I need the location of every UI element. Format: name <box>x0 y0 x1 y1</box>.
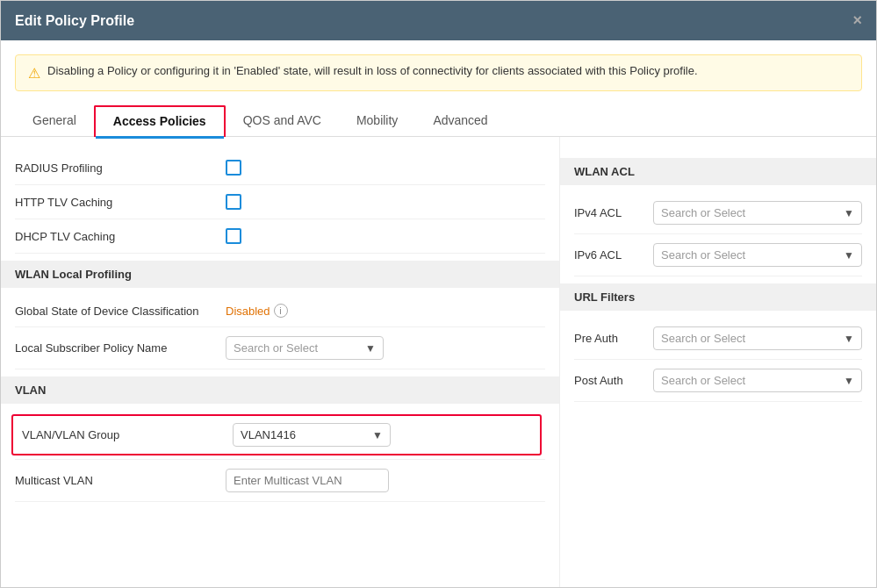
tab-access-policies[interactable]: Access Policies <box>94 105 226 137</box>
tab-general[interactable]: General <box>15 106 94 136</box>
main-content: RADIUS Profiling HTTP TLV Caching DHCP T… <box>1 137 876 587</box>
local-subscriber-row: Local Subscriber Policy Name Search or S… <box>15 327 545 369</box>
local-subscriber-arrow: ▼ <box>365 342 376 355</box>
multicast-vlan-input[interactable] <box>226 469 389 492</box>
pre-auth-dropdown[interactable]: Search or Select ▼ <box>653 326 862 350</box>
title-bar: Edit Policy Profile × <box>1 1 876 40</box>
ipv4-acl-arrow: ▼ <box>844 207 854 219</box>
multicast-vlan-label: Multicast VLAN <box>15 474 226 487</box>
post-auth-dropdown[interactable]: Search or Select ▼ <box>653 369 862 392</box>
left-panel: RADIUS Profiling HTTP TLV Caching DHCP T… <box>1 137 560 587</box>
post-auth-placeholder: Search or Select <box>661 374 745 387</box>
vlan-group-value: VLAN1416 <box>241 428 296 441</box>
post-auth-control: Search or Select ▼ <box>653 369 862 392</box>
radius-profiling-row: RADIUS Profiling <box>15 151 545 185</box>
alert-message: Disabling a Policy or configuring it in … <box>47 64 698 77</box>
dhcp-tlv-control <box>226 228 545 244</box>
dhcp-tlv-checkbox[interactable] <box>226 228 241 244</box>
post-auth-label: Post Auth <box>574 374 653 387</box>
multicast-vlan-control <box>226 469 545 492</box>
tabs-bar: General Access Policies QOS and AVC Mobi… <box>1 91 876 137</box>
multicast-vlan-row: Multicast VLAN <box>15 460 545 502</box>
radius-profiling-control <box>226 160 545 176</box>
global-state-row: Global State of Device Classification Di… <box>15 295 545 327</box>
post-auth-arrow: ▼ <box>844 375 854 387</box>
http-tlv-row: HTTP TLV Caching <box>15 185 545 219</box>
global-state-control: Disabled i <box>226 304 545 318</box>
ipv6-acl-row: IPv6 ACL Search or Select ▼ <box>574 234 862 276</box>
ipv4-acl-placeholder: Search or Select <box>661 206 745 219</box>
ipv6-acl-dropdown[interactable]: Search or Select ▼ <box>653 243 862 267</box>
alert-banner: ⚠ Disabling a Policy or configuring it i… <box>15 54 862 91</box>
dhcp-tlv-row: DHCP TLV Caching <box>15 219 545 254</box>
global-state-value: Disabled <box>226 305 270 318</box>
info-icon[interactable]: i <box>274 304 288 318</box>
right-panel: WLAN ACL IPv4 ACL Search or Select ▼ IPv… <box>560 137 876 587</box>
pre-auth-arrow: ▼ <box>844 333 854 345</box>
http-tlv-control <box>226 194 545 210</box>
pre-auth-placeholder: Search or Select <box>661 332 745 345</box>
warning-icon: ⚠ <box>28 65 40 82</box>
url-filters-section: URL Filters <box>560 283 876 311</box>
wlan-local-profiling-section: WLAN Local Profiling <box>1 261 559 288</box>
http-tlv-label: HTTP TLV Caching <box>15 196 226 209</box>
local-subscriber-placeholder: Search or Select <box>234 341 318 355</box>
vlan-group-label: VLAN/VLAN Group <box>22 428 233 441</box>
post-auth-row: Post Auth Search or Select ▼ <box>574 360 862 402</box>
ipv6-acl-arrow: ▼ <box>844 249 854 262</box>
pre-auth-label: Pre Auth <box>574 332 653 345</box>
vlan-group-row: VLAN/VLAN Group VLAN1416 ▼ <box>15 411 545 460</box>
ipv4-acl-dropdown[interactable]: Search or Select ▼ <box>653 201 862 225</box>
vlan-group-highlighted: VLAN/VLAN Group VLAN1416 ▼ <box>11 414 542 455</box>
ipv4-acl-row: IPv4 ACL Search or Select ▼ <box>574 192 862 234</box>
window-title: Edit Policy Profile <box>15 13 134 29</box>
local-subscriber-control: Search or Select ▼ <box>226 336 545 360</box>
radius-profiling-checkbox[interactable] <box>226 160 241 176</box>
pre-auth-control: Search or Select ▼ <box>653 326 862 350</box>
http-tlv-checkbox[interactable] <box>226 194 241 210</box>
wlan-acl-section: WLAN ACL <box>560 158 876 185</box>
dhcp-tlv-label: DHCP TLV Caching <box>15 230 226 243</box>
tab-advanced[interactable]: Advanced <box>415 106 505 136</box>
vlan-group-dropdown[interactable]: VLAN1416 ▼ <box>233 423 391 447</box>
ipv4-acl-control: Search or Select ▼ <box>653 201 862 225</box>
edit-policy-profile-window: Edit Policy Profile × ⚠ Disabling a Poli… <box>0 0 877 588</box>
close-button[interactable]: × <box>852 11 862 30</box>
ipv6-acl-label: IPv6 ACL <box>574 248 653 262</box>
vlan-section: VLAN <box>1 376 559 404</box>
local-subscriber-label: Local Subscriber Policy Name <box>15 341 226 355</box>
vlan-group-arrow: ▼ <box>372 429 383 441</box>
ipv6-acl-control: Search or Select ▼ <box>653 243 862 267</box>
ipv6-acl-placeholder: Search or Select <box>661 248 745 262</box>
pre-auth-row: Pre Auth Search or Select ▼ <box>574 318 862 360</box>
tab-mobility[interactable]: Mobility <box>339 106 415 136</box>
local-subscriber-dropdown[interactable]: Search or Select ▼ <box>226 336 384 360</box>
tab-qos-avc[interactable]: QOS and AVC <box>226 106 339 136</box>
vlan-group-control: VLAN1416 ▼ <box>233 423 531 447</box>
global-state-label: Global State of Device Classification <box>15 305 226 318</box>
ipv4-acl-label: IPv4 ACL <box>574 206 653 219</box>
radius-profiling-label: RADIUS Profiling <box>15 161 226 175</box>
